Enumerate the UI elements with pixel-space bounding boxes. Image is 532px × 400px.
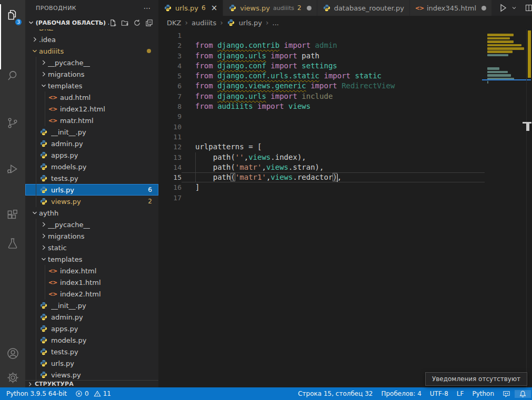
eol-status[interactable]: LF	[453, 390, 468, 397]
run-debug-icon[interactable]	[0, 158, 25, 181]
chevron-down-icon	[27, 19, 36, 26]
tree-item--pycache-[interactable]: __pycache__	[25, 219, 158, 230]
overview-ruler-scrollbar[interactable]	[526, 29, 532, 387]
tree-item-templates[interactable]: templates	[25, 80, 158, 91]
tree-item-static[interactable]: static	[25, 242, 158, 253]
collapse-all-icon[interactable]	[145, 19, 153, 27]
chevron-right-icon	[39, 243, 48, 252]
tab-index345-html[interactable]: <>index345.html	[410, 0, 492, 16]
code-line-17[interactable]: 17	[158, 193, 484, 203]
python-file-icon	[228, 4, 237, 12]
python-interpreter-status[interactable]: Python 3.9.5 64-bit	[2, 390, 71, 397]
code-line-6[interactable]: 6from django.views.generic import Redire…	[158, 81, 484, 91]
notifications-bell-icon[interactable]	[515, 390, 531, 398]
run-python-file-icon[interactable]	[498, 3, 508, 13]
breadcrumb-item-symbol[interactable]: ...	[273, 19, 279, 27]
minimap[interactable]	[484, 29, 526, 387]
tree-item-tests-py[interactable]: tests.py	[25, 346, 158, 357]
tree-item-migrations[interactable]: migrations	[25, 68, 158, 80]
indentation-status[interactable]: Пробелов: 4	[377, 390, 425, 397]
tree-item-audiiits[interactable]: audiiits	[25, 45, 158, 57]
tree-item-matr-html[interactable]: <>matr.html	[25, 115, 158, 126]
code-line-10[interactable]: 10	[158, 122, 484, 132]
code-line-8[interactable]: 8from audiiits import views	[158, 101, 484, 111]
tree-item-views-py[interactable]: views.py2	[25, 196, 158, 207]
code-line-4[interactable]: 4from django.conf import settings	[158, 61, 484, 71]
search-icon[interactable]	[0, 64, 25, 87]
code-line-14[interactable]: 14 path('matr',views.stran),	[158, 162, 484, 172]
split-editor-icon[interactable]	[525, 4, 532, 12]
breadcrumb-item-file[interactable]: urls.py	[239, 19, 262, 27]
code-editor[interactable]: 12from django.contrib import admin3from …	[158, 29, 532, 387]
cursor-position-status[interactable]: Строка 15, столбец 32	[294, 390, 377, 397]
tree-item-label: __init__.py	[51, 128, 86, 136]
workspace-section-header[interactable]: (РАБОЧАЯ ОБЛАСТЬ) ...	[25, 16, 158, 29]
tree-item-index2-html[interactable]: <>index2.html	[25, 288, 158, 300]
extensions-icon[interactable]	[0, 204, 25, 227]
breadcrumb-item-workspace[interactable]: DKZ	[167, 19, 181, 27]
account-icon[interactable]	[0, 342, 25, 365]
tree-item--init-py[interactable]: __init__.py	[25, 126, 158, 138]
feedback-icon[interactable]	[498, 390, 515, 398]
tree-item-label: urls.py	[51, 360, 74, 367]
testing-icon[interactable]	[0, 232, 25, 255]
run-dropdown-chevron-icon[interactable]	[511, 5, 517, 11]
code-line-3[interactable]: 3from django.urls import path	[158, 51, 484, 61]
tree-item-aythh[interactable]: aythh	[25, 207, 158, 219]
code-line-1[interactable]: 1	[158, 30, 484, 40]
close-icon[interactable]: ×	[211, 3, 218, 13]
dirty-dot-icon[interactable]	[481, 6, 486, 11]
tab-database-roouter-py[interactable]: database_roouter.py	[317, 0, 410, 16]
tree-item--pycache-[interactable]: __pycache__	[25, 57, 158, 68]
tree-item-models-py[interactable]: models.py	[25, 334, 158, 346]
refresh-icon[interactable]	[133, 19, 141, 27]
encoding-status[interactable]: UTF-8	[426, 390, 453, 397]
breadcrumb-item-folder[interactable]: audiiits	[192, 19, 216, 27]
tree-item-urls-py[interactable]: urls.py6	[25, 184, 158, 196]
tab-views-py[interactable]: views.pyaudiiits2	[223, 0, 317, 16]
language-mode-status[interactable]: Python	[468, 390, 498, 397]
problems-status[interactable]: 0 11	[71, 390, 115, 397]
settings-gear-icon[interactable]	[0, 366, 25, 389]
line-number: 9	[158, 111, 182, 121]
source-control-icon[interactable]	[0, 111, 25, 135]
explorer-icon[interactable]: 3	[0, 3, 25, 26]
tree-item-index1-html[interactable]: <>index1.html	[25, 276, 158, 288]
code-line-15[interactable]: 15 path('matr1',views.redactor),	[158, 172, 484, 182]
code-line-9[interactable]: 9	[158, 111, 484, 121]
tree-item-urls-py[interactable]: urls.py	[25, 357, 158, 369]
tree-item-views-py[interactable]: views.py	[25, 369, 158, 380]
tab-description: audiiits	[273, 5, 294, 12]
tree-item-migrations[interactable]: migrations	[25, 230, 158, 242]
tree-item-templates[interactable]: templates	[25, 253, 158, 265]
tree-item-aud-html[interactable]: <>aud.html	[25, 91, 158, 103]
tab-label: urls.py	[175, 4, 198, 12]
tree-item--init-py[interactable]: __init__.py	[25, 300, 158, 311]
tree-item-admin-py[interactable]: admin.py	[25, 311, 158, 323]
new-file-icon[interactable]	[109, 19, 117, 27]
code-line-7[interactable]: 7from django.urls import include	[158, 91, 484, 101]
tree-item-DKZ[interactable]: DKZ	[25, 29, 158, 34]
tree-item-index-html[interactable]: <>index.html	[25, 265, 158, 276]
tree-item--idea[interactable]: .idea	[25, 34, 158, 45]
tree-item-models-py[interactable]: models.py	[25, 161, 158, 172]
outline-section-header[interactable]: СТРУКТУРА	[25, 380, 158, 387]
tree-item-index12-html[interactable]: <>index12.html	[25, 103, 158, 115]
tree-item-apps-py[interactable]: apps.py	[25, 149, 158, 161]
code-line-5[interactable]: 5from django.conf.urls.static import sta…	[158, 71, 484, 81]
dirty-dot-icon[interactable]	[307, 6, 312, 11]
code-line-16[interactable]: 16]	[158, 182, 484, 192]
new-folder-icon[interactable]	[121, 19, 129, 27]
tab-urls-py[interactable]: urls.py6×	[158, 0, 223, 16]
line-text	[182, 30, 195, 40]
explorer-more-actions-icon[interactable]: ⋯	[144, 4, 152, 12]
code-line-12[interactable]: 12urlpatterns = [	[158, 142, 484, 152]
tree-item-apps-py[interactable]: apps.py	[25, 323, 158, 334]
code-line-11[interactable]: 11	[158, 132, 484, 142]
tree-item-tests-py[interactable]: tests.py	[25, 172, 158, 184]
line-text: from django.views.generic import Redirec…	[182, 81, 395, 91]
code-line-2[interactable]: 2from django.contrib import admin	[158, 40, 484, 50]
code-line-13[interactable]: 13 path('',views.index),	[158, 152, 484, 162]
tree-item-admin-py[interactable]: admin.py	[25, 138, 158, 149]
minimap-line	[487, 34, 514, 36]
